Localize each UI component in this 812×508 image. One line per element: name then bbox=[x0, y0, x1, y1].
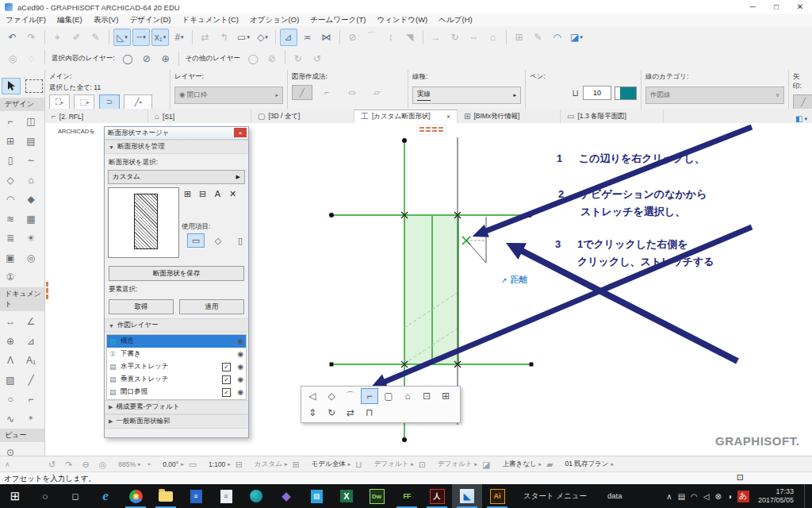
tab-floor-plan[interactable]: ▭ [1.3 各階平面図] bbox=[561, 110, 664, 123]
layer-row-opening[interactable]: ▤ 開口参照 ✓ ◉ bbox=[107, 386, 246, 398]
model-view-options[interactable]: デフォルト▸ bbox=[435, 460, 477, 469]
layer-field[interactable]: ◉ 開口枠▸ bbox=[174, 87, 283, 104]
grid-display-icon[interactable]: ⊞ bbox=[511, 29, 528, 46]
move-icon[interactable]: → bbox=[427, 29, 445, 46]
mesh-tool[interactable]: ≋ bbox=[6, 214, 14, 226]
profile-fill[interactable] bbox=[404, 216, 458, 364]
archicad-icon[interactable]: ◣ bbox=[452, 484, 482, 508]
settings-dialog-button[interactable]: ⛶▸ bbox=[49, 94, 70, 110]
fill-tool[interactable]: ▨ bbox=[6, 375, 14, 387]
dimension-guide-icon[interactable]: ≍ bbox=[299, 29, 316, 46]
slab-tool[interactable]: ◇ bbox=[6, 175, 13, 187]
ime-indicator[interactable]: あ bbox=[737, 491, 749, 502]
design-layers-section[interactable]: ▼ 作図レイヤー bbox=[105, 318, 248, 333]
menu-item[interactable]: 表示(V) bbox=[88, 15, 124, 25]
hide-other-layer-icon[interactable]: ◯ bbox=[244, 50, 262, 67]
quick-layers-icon[interactable]: ◎ bbox=[4, 50, 21, 67]
column-tool[interactable]: ▯ bbox=[8, 155, 13, 167]
drawing-canvas[interactable]: ARCHICADを 1 この辺りを右クリックし、 2 ナビゲーションのなかからス… bbox=[45, 123, 812, 456]
wordpad-icon[interactable]: ≡ bbox=[181, 484, 211, 508]
mirror-icon[interactable]: ⇔ bbox=[465, 29, 483, 46]
edge-icon[interactable]: e bbox=[90, 484, 121, 508]
zoom-fit-icon[interactable]: ◎ bbox=[99, 460, 112, 470]
toolbar-icon[interactable] bbox=[275, 30, 276, 44]
eye-icon[interactable]: ◉ bbox=[237, 388, 243, 396]
undo-icon[interactable]: ↶ bbox=[4, 29, 21, 46]
orientation-icon[interactable]: ◔ bbox=[146, 460, 156, 469]
rotate-icon[interactable]: ↻ bbox=[446, 29, 464, 46]
dialog-close-button[interactable]: × bbox=[234, 128, 247, 137]
chrome-icon[interactable] bbox=[121, 484, 151, 508]
tab-s1[interactable]: ⌂ [S1] bbox=[148, 110, 251, 123]
lock-other-layer-icon[interactable]: ⊘ bbox=[263, 50, 281, 67]
geometry-rotrect-icon[interactable]: ▱ bbox=[366, 85, 387, 100]
toolbar-icon[interactable] bbox=[109, 30, 109, 44]
polyline-tool[interactable]: ⌐ bbox=[28, 394, 33, 406]
minimize-button[interactable]: ─ bbox=[741, 0, 764, 14]
photos-icon[interactable]: ▨ bbox=[301, 484, 331, 508]
layers-icon[interactable]: ⊟ bbox=[236, 460, 247, 470]
pickup-parameters-icon[interactable]: ⌖ bbox=[49, 29, 67, 46]
radial-dimension-tool[interactable]: ⊕ bbox=[6, 336, 14, 348]
snap-reference-icon[interactable]: x₁▾ bbox=[151, 29, 169, 46]
pen-set[interactable]: デフォルト▸ bbox=[372, 460, 414, 469]
magic-wand-icon[interactable]: ↰ bbox=[216, 29, 233, 46]
nav-back-icon[interactable]: ↺ bbox=[48, 460, 60, 470]
resize-icon[interactable]: ◥ bbox=[401, 29, 419, 46]
menu-item[interactable]: デザイン(D) bbox=[124, 15, 176, 25]
add-polygon-icon[interactable]: ⊡ bbox=[418, 388, 435, 404]
line-category-field[interactable]: 作図線∨ bbox=[645, 87, 784, 104]
hide-layer-icon[interactable]: ◯ bbox=[119, 50, 136, 67]
solo-layer-icon[interactable]: ⊕ bbox=[157, 50, 174, 67]
dimension-tool[interactable]: ↔ bbox=[6, 316, 15, 329]
snap-guides-icon[interactable]: ╌▾ bbox=[132, 29, 150, 46]
override-icon[interactable]: ◪ bbox=[482, 460, 495, 470]
menu-item[interactable]: 編集(E) bbox=[52, 15, 88, 25]
toolbox-group-document[interactable]: ドキュメント bbox=[0, 287, 44, 311]
rotate-icon[interactable]: ↻ bbox=[323, 405, 340, 421]
split-icon[interactable]: ⊘ bbox=[344, 29, 362, 46]
data-toolbar-label[interactable]: data bbox=[607, 491, 622, 502]
intersect-icon[interactable]: ⊓ bbox=[361, 405, 378, 421]
eye-icon[interactable]: ◉ bbox=[237, 375, 243, 383]
offset-all-icon[interactable]: ⌂ bbox=[399, 388, 416, 404]
new-profile-icon[interactable]: ⊞ bbox=[182, 189, 193, 199]
use-column-icon[interactable]: ▯ bbox=[232, 233, 249, 248]
quick-options-button[interactable]: ◧▾ bbox=[795, 114, 812, 123]
layer-checkbox[interactable]: ✓ bbox=[222, 375, 231, 384]
pen-color-swatch[interactable] bbox=[615, 87, 637, 100]
roof-tool[interactable]: ⌂ bbox=[28, 175, 33, 187]
components-section[interactable]: ▶ 構成要素-デフォルト bbox=[105, 400, 248, 414]
level-dimension-tool[interactable]: ⊿ bbox=[27, 336, 35, 348]
search-button[interactable]: ○ bbox=[30, 484, 60, 508]
curve-edge-icon[interactable]: ⌒ bbox=[342, 388, 359, 404]
tray-expand-icon[interactable]: ∧ bbox=[666, 492, 672, 501]
lamp-tool[interactable]: ☀ bbox=[27, 233, 36, 245]
acrobat-icon[interactable]: 人 bbox=[422, 484, 452, 508]
manage-profiles-section[interactable]: ▼ 断面形状を管理 bbox=[105, 140, 248, 154]
pickup-button[interactable]: 取得 bbox=[109, 299, 174, 314]
tab-2-rfl[interactable]: ⌐ [2. RFL] bbox=[45, 110, 148, 123]
apply-button[interactable]: 適用 bbox=[179, 299, 244, 314]
explorer-icon[interactable] bbox=[151, 484, 181, 508]
scroll-up-icon[interactable]: ∧ bbox=[5, 460, 10, 468]
eye-icon[interactable]: ◉ bbox=[237, 363, 243, 371]
redo-icon[interactable]: ↷ bbox=[23, 29, 40, 46]
zoom-out-icon[interactable]: ⊖ bbox=[82, 460, 94, 470]
toolbar-icon[interactable] bbox=[285, 50, 285, 64]
layer-undo-icon[interactable]: ↻ bbox=[289, 50, 307, 67]
wall-tool[interactable]: ⌐ bbox=[7, 116, 13, 129]
profile-dropdown[interactable]: カスタム▶ bbox=[108, 170, 245, 184]
adjust-icon[interactable]: ⌒ bbox=[363, 29, 381, 46]
renovation-icon[interactable]: ▰ bbox=[546, 460, 557, 470]
toolbar-icon[interactable] bbox=[339, 30, 340, 44]
toolbar-icon[interactable] bbox=[192, 30, 193, 44]
text-tool[interactable]: Λ bbox=[7, 355, 13, 368]
outline-section[interactable]: ▶ 一般断面形状輪郭 bbox=[105, 414, 248, 429]
markup-pen-icon[interactable]: ✎ bbox=[530, 29, 547, 46]
subtract-polygon-icon[interactable]: ⊞ bbox=[437, 388, 454, 404]
layer-row-structure[interactable]: ▤ 構造 ◉ bbox=[107, 335, 246, 348]
tab-close-icon[interactable]: × bbox=[439, 113, 450, 121]
marker-tool[interactable]: ① bbox=[6, 271, 15, 284]
menu-item[interactable]: ドキュメント(C) bbox=[176, 15, 244, 25]
